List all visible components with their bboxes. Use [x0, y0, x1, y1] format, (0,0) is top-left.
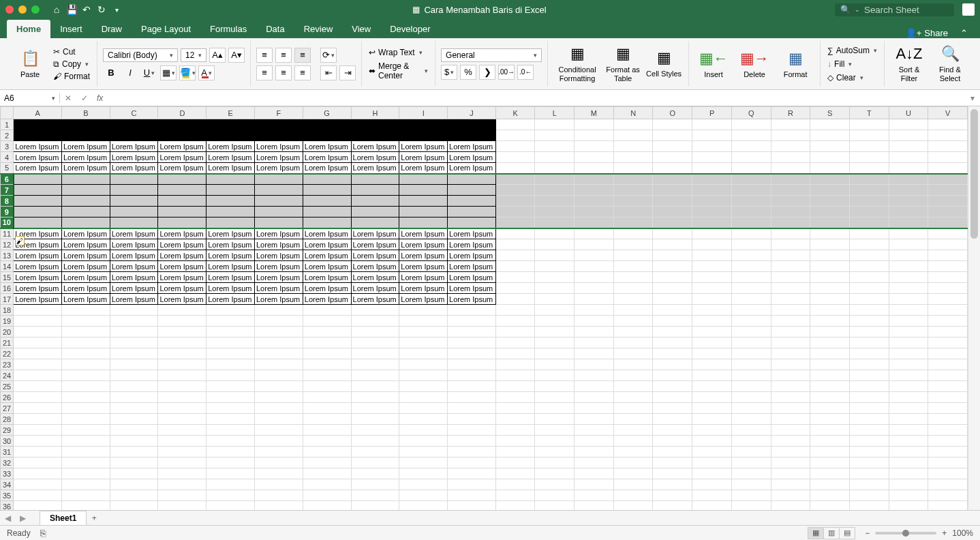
cell[interactable] [928, 228, 968, 239]
cell[interactable] [535, 457, 574, 468]
cell[interactable] [692, 174, 732, 185]
cell[interactable] [731, 457, 771, 468]
cell[interactable]: Lorem Ipsum [61, 239, 110, 250]
cell[interactable] [206, 327, 255, 338]
cell[interactable] [535, 501, 574, 511]
cell[interactable] [731, 152, 771, 163]
cell[interactable] [810, 348, 850, 359]
cell[interactable] [928, 338, 968, 348]
cell[interactable]: Lorem Ipsum [399, 250, 448, 261]
cell[interactable] [303, 196, 351, 207]
row-header[interactable]: 31 [1, 447, 14, 457]
cell[interactable] [653, 174, 692, 185]
cell[interactable] [889, 370, 928, 381]
cell[interactable] [574, 457, 613, 468]
cell[interactable] [448, 185, 496, 196]
cell[interactable] [810, 130, 850, 141]
cell[interactable] [110, 327, 158, 338]
cell[interactable] [574, 436, 613, 447]
cell[interactable] [653, 359, 692, 370]
cell[interactable] [613, 141, 653, 152]
cell[interactable] [731, 447, 771, 457]
cell[interactable] [653, 294, 692, 305]
cell[interactable] [206, 414, 255, 425]
cell[interactable] [889, 327, 928, 338]
cell[interactable] [535, 447, 574, 457]
cell[interactable] [771, 141, 810, 152]
column-header[interactable]: S [810, 107, 850, 119]
cell[interactable] [928, 403, 968, 414]
cell[interactable]: Lorem Ipsum [448, 163, 496, 174]
cell[interactable] [731, 261, 771, 272]
cell[interactable] [810, 425, 850, 436]
font-size-combo[interactable]: 12▾ [181, 48, 206, 62]
cell[interactable]: Lorem Ipsum [61, 152, 110, 163]
cell[interactable]: Lorem Ipsum [14, 272, 62, 283]
cell[interactable] [731, 468, 771, 479]
cell[interactable] [653, 228, 692, 239]
cell[interactable] [158, 327, 206, 338]
cell[interactable] [613, 174, 653, 185]
cell[interactable] [574, 327, 613, 338]
name-box[interactable]: A6 ▾ [0, 93, 60, 103]
tab-formulas[interactable]: Formulas [200, 20, 256, 38]
cell[interactable]: Lorem Ipsum [61, 250, 110, 261]
cell[interactable] [14, 174, 62, 185]
cell[interactable] [303, 425, 351, 436]
row-header[interactable]: 25 [1, 381, 14, 392]
avatar[interactable] [962, 3, 975, 16]
cell[interactable] [810, 381, 850, 392]
cell[interactable] [303, 436, 351, 447]
column-header[interactable]: P [692, 107, 732, 119]
cell[interactable] [653, 468, 692, 479]
cell[interactable] [850, 457, 889, 468]
cell[interactable] [303, 130, 351, 141]
cell[interactable] [574, 425, 613, 436]
collapse-ribbon-icon[interactable]: ⌃ [955, 28, 973, 38]
cell[interactable] [351, 381, 399, 392]
cell[interactable] [850, 130, 889, 141]
cell[interactable] [613, 414, 653, 425]
cell[interactable] [771, 272, 810, 283]
cell[interactable] [14, 392, 62, 403]
cell[interactable]: Lorem Ipsum [399, 283, 448, 294]
cell[interactable] [448, 305, 496, 316]
cell[interactable] [692, 425, 732, 436]
cell[interactable] [810, 207, 850, 217]
cell[interactable] [731, 207, 771, 217]
cell[interactable] [255, 370, 303, 381]
cell[interactable]: Lorem Ipsum [399, 141, 448, 152]
cell[interactable] [731, 163, 771, 174]
cell[interactable] [399, 447, 448, 457]
cell[interactable] [110, 338, 158, 348]
cell[interactable] [399, 479, 448, 490]
find-select-button[interactable]: 🔍Find & Select [931, 45, 969, 82]
cell[interactable] [448, 447, 496, 457]
cell[interactable] [613, 228, 653, 239]
cell[interactable] [574, 261, 613, 272]
cell[interactable] [495, 250, 535, 261]
tab-page-layout[interactable]: Page Layout [132, 20, 200, 38]
cell[interactable] [14, 305, 62, 316]
cell[interactable] [61, 501, 110, 511]
cell[interactable] [495, 490, 535, 501]
cell[interactable] [653, 217, 692, 228]
cell[interactable] [61, 414, 110, 425]
cell[interactable]: Lorem Ipsum [206, 261, 255, 272]
cell[interactable] [495, 283, 535, 294]
cell[interactable] [14, 425, 62, 436]
cell[interactable] [613, 185, 653, 196]
cell[interactable] [928, 436, 968, 447]
minimize-window-icon[interactable] [18, 5, 27, 14]
cell[interactable] [110, 207, 158, 217]
cell[interactable] [448, 501, 496, 511]
cell[interactable] [399, 436, 448, 447]
cell[interactable] [399, 185, 448, 196]
cell[interactable] [14, 130, 62, 141]
cell[interactable] [303, 468, 351, 479]
column-header[interactable]: V [928, 107, 968, 119]
cell[interactable] [692, 381, 732, 392]
cell[interactable] [889, 501, 928, 511]
row-header[interactable]: 7 [1, 185, 14, 196]
column-header[interactable]: U [889, 107, 928, 119]
